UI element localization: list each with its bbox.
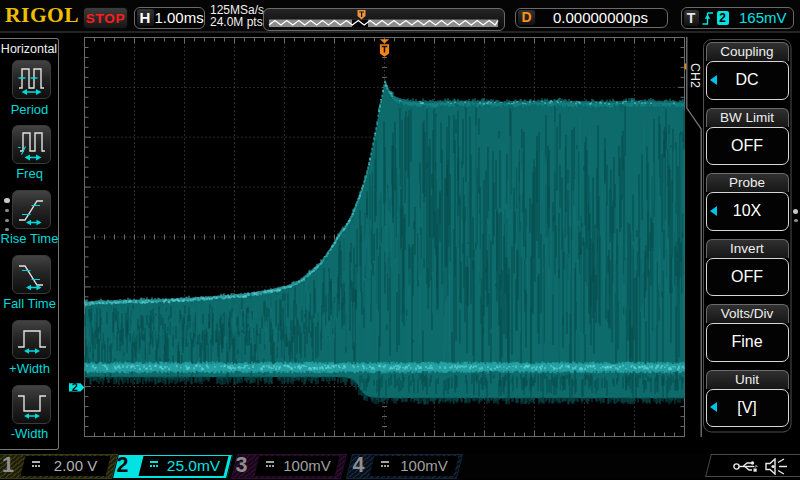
svg-text:2: 2 xyxy=(72,381,78,393)
svg-text:CH2: CH2 xyxy=(688,63,702,88)
